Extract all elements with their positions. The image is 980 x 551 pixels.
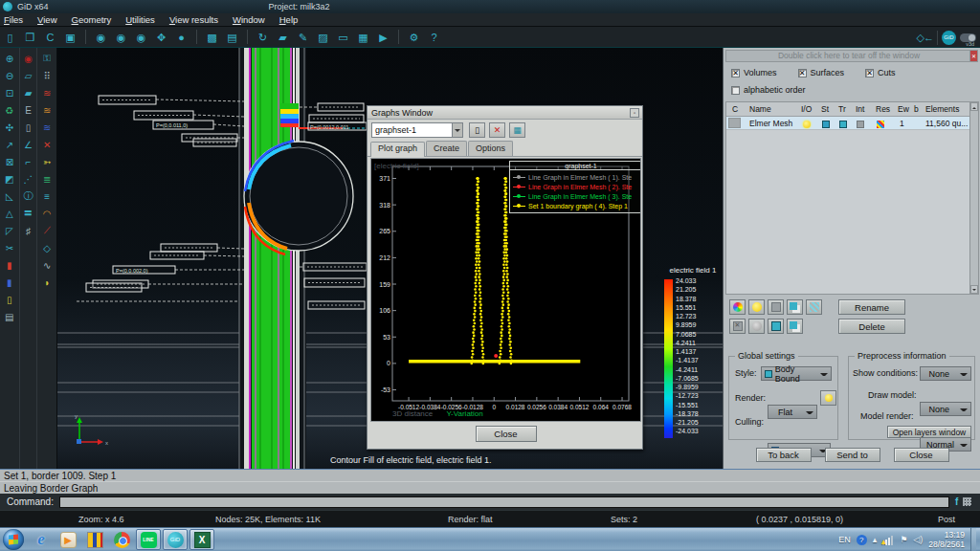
tool-icon-c2-10[interactable]: 〓 [21,206,36,221]
dialog-close-button[interactable]: Close [476,426,537,442]
taskbar-app-gid[interactable]: GiD [163,529,188,550]
play-icon[interactable]: ▶ [375,30,391,45]
light-on-button[interactable] [748,299,765,315]
style-select[interactable]: Body Bound [761,366,832,381]
function-badge-icon[interactable]: f [955,496,958,507]
tool-icon-c1-4[interactable]: ♻ [2,102,17,118]
taskbar-app-media-player[interactable]: ▶ [56,529,80,550]
menu-item-help[interactable]: Help [276,14,309,25]
print-icon[interactable]: ▤ [224,30,240,45]
command-input[interactable] [59,496,949,508]
dialog-titlebar[interactable]: Graphs Window ▫ [368,106,642,120]
taskbar-app-internet-explorer[interactable]: e [29,529,54,550]
column-header-res[interactable]: Res [876,104,890,114]
visibility-bulb-icon[interactable] [803,121,811,128]
speaker-icon[interactable]: ◁) [913,535,923,544]
taskbar-clock[interactable]: 13:19 28/8/2561 [928,530,965,549]
snapshot-icon[interactable]: ▩ [204,30,220,45]
tab-create[interactable]: Create [426,141,467,156]
language-indicator[interactable]: EN [838,535,851,544]
render-select[interactable]: Flat [768,405,817,419]
start-button[interactable] [3,529,24,550]
table-scrollbar[interactable] [969,102,978,294]
render-sphere-icon[interactable]: ● [173,30,189,45]
tool-icon-c2-7[interactable]: ⌐ [21,154,36,169]
graphset-grid-button[interactable]: ▦ [509,122,525,138]
alphabetic-order-checkbox[interactable]: alphabetic order [731,85,806,95]
tool-icon-c2-6[interactable]: ∠ [21,137,36,152]
send-to-button[interactable]: Send to [825,448,880,462]
tool-icon-c2-9[interactable]: ⓘ [21,188,36,204]
column-header-c[interactable]: C [732,104,738,114]
tear-off-header[interactable]: Double click here to tear off the window [725,50,972,62]
tool-icon-c3-13[interactable]: ∿ [39,257,55,273]
tool-icon-c1-12[interactable]: ✂ [2,240,17,255]
column-header-tr[interactable]: Tr [838,104,846,114]
tool-icon-c2-4[interactable]: E [21,102,36,118]
column-header-b[interactable]: b [914,104,919,114]
light-off-button[interactable] [748,319,765,334]
dialog-maximize-icon[interactable]: ▫ [630,108,639,118]
tool-icon-c3-5[interactable]: ≋ [39,120,55,135]
scroll-up-icon[interactable] [970,102,978,111]
tool-icon-c1-11[interactable]: ◸ [2,223,17,238]
tool-icon-c2-8[interactable]: ⋰ [21,171,36,187]
tool-icon-c1-7[interactable]: ⊠ [2,154,17,169]
hatch-style-button[interactable] [806,299,822,315]
rotate-view-icon[interactable]: ↻ [255,30,271,45]
taskbar-app-excel[interactable]: X [189,529,214,550]
grid-toggle-icon[interactable] [963,497,971,506]
tab-plot-graph[interactable]: Plot graph [370,142,425,157]
tool-icon-c3-3[interactable]: ≋ [39,85,55,100]
style-icon[interactable] [822,121,830,128]
menu-item-utilities[interactable]: Utilities [122,14,166,25]
open-folder-icon[interactable]: ❒ [22,30,38,45]
graphset-combo[interactable]: graphset-1 [371,122,463,138]
tool-icon-c1-13[interactable]: ▮ [2,257,17,273]
tool-icon-c1-6[interactable]: ↗ [2,137,17,152]
cuts-checkbox[interactable]: Cuts [865,68,896,77]
menu-item-files[interactable]: Files [0,14,33,25]
panel-close-icon[interactable]: ✕ [969,50,978,62]
tool-icon-c3-9[interactable]: ≡ [39,188,55,204]
tool-icon-c1-1[interactable]: ⊕ [2,51,17,66]
menu-item-geometry[interactable]: Geometry [68,14,122,25]
action-center-flag-icon[interactable]: ⚑ [900,535,907,544]
taskbar-app-chrome[interactable] [109,529,134,550]
results-icon[interactable] [877,121,884,128]
view-postprocess-icon[interactable]: ◉ [133,30,149,45]
help-icon[interactable]: ? [426,30,442,45]
rename-button[interactable]: Rename [838,299,905,315]
network-icon[interactable]: ▲ [882,535,894,545]
tool-icon-c2-11[interactable]: ♯ [21,223,36,238]
tool-icon-c1-3[interactable]: ⊡ [2,85,17,100]
box-off-button[interactable] [729,319,746,334]
scroll-down-icon[interactable] [970,285,978,294]
tool-icon-c1-16[interactable]: ▤ [2,309,17,324]
to-back-button[interactable]: To back [756,448,812,462]
delete-button[interactable]: Delete [838,319,905,334]
draw-model-select[interactable]: None [920,402,971,416]
menu-item-window[interactable]: Window [229,14,276,25]
tool-icon-c3-6[interactable]: ✕ [39,137,55,152]
volumes-checkbox[interactable]: Volumes [731,68,777,77]
view-render-icon[interactable]: ◉ [113,30,129,45]
tool-icon-c2-2[interactable]: ▱ [21,68,36,83]
layers-icon[interactable]: ▰ [275,30,291,45]
view-normal-icon[interactable]: ◉ [93,30,109,45]
tool-icon-c1-8[interactable]: ◩ [2,171,17,187]
draw-box-icon[interactable]: ✎ [295,30,311,45]
panel-close-button[interactable]: Close [894,448,949,462]
solid-box-button[interactable] [768,319,784,334]
zoom-fit-icon[interactable]: ✥ [153,30,169,45]
tool-icon-c2-1[interactable]: ◉ [21,51,36,66]
tool-icon-c3-4[interactable]: ≋ [39,102,55,118]
color-swatch[interactable] [728,118,741,128]
save-icon[interactable]: ▣ [62,30,78,45]
new-graphset-button[interactable]: ▯ [469,122,485,138]
tool-icon-c1-9[interactable]: ◺ [2,188,17,204]
taskbar-app-line[interactable]: LINE [136,529,161,550]
tool-icon-c2-5[interactable]: ▯ [21,120,36,135]
column-header-elements[interactable]: Elements [925,104,959,114]
tool-icon-c3-11[interactable]: ⟋ [39,223,55,238]
